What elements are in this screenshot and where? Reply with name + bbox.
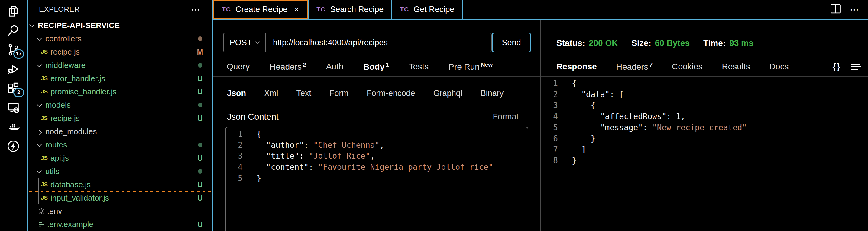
javascript-file-icon: JS (41, 75, 51, 82)
method-select[interactable]: POST (223, 33, 265, 52)
code-line[interactable]: 2 "author": "Chef Uchenna", (230, 140, 528, 151)
response-status-row: Status:200 OKSize:60 BytesTime:93 ms (556, 33, 868, 53)
remote-explorer-icon[interactable] (5, 100, 22, 115)
code-text: { (572, 79, 577, 88)
tree-item-models[interactable]: models (28, 98, 212, 112)
line-number: 5 (546, 123, 558, 132)
line-number: 1 (230, 129, 243, 139)
response-tab-docs[interactable]: Docs (770, 62, 789, 72)
tree-item-label: routes (45, 140, 67, 150)
explorer-more-icon[interactable]: ⋯ (191, 4, 201, 15)
code-line[interactable]: 4 "content": "Favourite Nigeria party Jo… (230, 162, 528, 173)
git-status-badge: U (195, 194, 205, 202)
tab-create-recipe[interactable]: TCCreate Recipe× (213, 0, 308, 19)
extensions-icon[interactable]: 2 (5, 81, 22, 96)
git-status-badge: U (195, 180, 205, 189)
close-icon[interactable]: × (294, 4, 300, 14)
body-tab-json[interactable]: Json (227, 89, 246, 98)
request-tab-body[interactable]: Body1 (363, 62, 389, 72)
tree-item-recipe-js[interactable]: JSrecipe.jsM (28, 45, 212, 59)
editor-more-icon[interactable]: ⋯ (850, 4, 860, 15)
tree-item-recipe-js[interactable]: JSrecipe.jsU (28, 112, 212, 125)
json-content-title: Json Content (227, 112, 279, 122)
git-status-dot (195, 143, 205, 147)
tab-get-recipe[interactable]: TCGet Recipe (392, 0, 463, 19)
tree-item-label: RECIPE-API-SERVICE (38, 21, 120, 30)
request-body-editor[interactable]: 1{2 "author": "Chef Uchenna",3 "title": … (225, 127, 528, 231)
source-control-badge: 17 (13, 49, 24, 59)
code-line[interactable]: 8} (546, 155, 868, 166)
body-tab-xml[interactable]: Xml (264, 89, 278, 98)
body-tab-form[interactable]: Form (330, 89, 348, 98)
tree-item-utils[interactable]: utils (28, 165, 212, 178)
code-line[interactable]: 6 } (546, 133, 868, 144)
docker-icon[interactable] (5, 119, 22, 134)
code-line[interactable]: 2 "data": [ (546, 89, 868, 100)
request-bar: POST Send (223, 33, 540, 52)
response-tab-results[interactable]: Results (722, 62, 750, 72)
javascript-file-icon: JS (41, 115, 51, 121)
code-text: { (572, 101, 595, 110)
request-tab-query[interactable]: Query (227, 62, 250, 72)
git-status-badge: M (195, 48, 205, 56)
braces-icon[interactable]: {} (833, 62, 841, 72)
chevron-right-icon (37, 130, 42, 135)
chevron-down-icon (37, 62, 42, 67)
file-tree: RECIPE-API-SERVICEcontrollersJSrecipe.js… (28, 19, 212, 231)
tree-item-env-example[interactable]: .env.exampleU (28, 218, 212, 231)
tree-item-recipe-api-service[interactable]: RECIPE-API-SERVICE (28, 19, 212, 32)
code-line[interactable]: 4 "affectedRows": 1, (546, 111, 868, 122)
format-link[interactable]: Format (493, 112, 519, 121)
lines-menu-icon[interactable] (851, 64, 861, 70)
code-line[interactable]: 1{ (546, 78, 868, 89)
tree-item-label: utils (45, 167, 59, 176)
response-tab-cookies[interactable]: Cookies (672, 62, 702, 72)
run-debug-icon[interactable] (5, 62, 22, 77)
response-tab-response[interactable]: Response (556, 62, 597, 72)
chevron-down-icon (37, 168, 42, 174)
request-tab-headers[interactable]: Headers2 (270, 62, 306, 72)
search-icon[interactable] (5, 23, 22, 38)
tree-item-routes[interactable]: routes (28, 138, 212, 151)
url-input[interactable] (265, 33, 492, 52)
code-line[interactable]: 3 "title": "Jollof Rice", (230, 151, 528, 162)
request-tab-auth[interactable]: Auth (326, 62, 344, 72)
tree-item-error-handler-js[interactable]: JSerror_handler.jsU (28, 72, 212, 85)
thunder-client-icon[interactable] (5, 139, 22, 154)
request-tab-pre-run[interactable]: Pre RunNew (448, 62, 493, 72)
code-text: { (256, 129, 261, 139)
code-text: } (572, 156, 577, 165)
tree-item-api-js[interactable]: JSapi.jsU (28, 151, 212, 165)
body-tab-graphql[interactable]: Graphql (433, 89, 462, 98)
tree-item-controllers[interactable]: controllers (28, 32, 212, 45)
tree-item-middleware[interactable]: middleware (28, 59, 212, 72)
body-tab-form-encode[interactable]: Form-encode (367, 89, 415, 98)
tree-item-promise-handler-js[interactable]: JSpromise_handler.jsU (28, 85, 212, 98)
explorer-title: EXPLORER (39, 5, 80, 13)
tree-item-input-validator-js[interactable]: JSinput_validator.jsU (28, 191, 212, 204)
source-control-icon[interactable]: 17 (5, 42, 22, 57)
send-button[interactable]: Send (492, 33, 531, 52)
response-tab-headers[interactable]: Headers7 (616, 62, 652, 72)
code-line[interactable]: 5} (230, 172, 528, 184)
body-tab-binary[interactable]: Binary (480, 89, 504, 98)
code-line[interactable]: 7 ] (546, 144, 868, 155)
tree-item-database-js[interactable]: JSdatabase.jsU (28, 178, 212, 191)
code-text: "title": "Jollof Rice", (256, 151, 375, 160)
code-line[interactable]: 5 "message": "New recipe created" (546, 122, 868, 133)
request-tab-tests[interactable]: Tests (409, 62, 429, 72)
tree-item-label: controllers (45, 34, 82, 43)
line-number: 7 (546, 145, 558, 154)
code-line[interactable]: 1{ (230, 128, 528, 140)
split-editor-icon[interactable] (830, 4, 841, 15)
body-tab-text[interactable]: Text (297, 89, 312, 98)
tree-item-label: models (45, 101, 71, 110)
response-body-viewer[interactable]: 1{2 "data": [3 {4 "affectedRows": 1,5 "m… (541, 77, 868, 166)
code-line[interactable]: 3 { (546, 100, 868, 111)
status-item-status: Status:200 OK (556, 38, 618, 48)
tab-search-recipe[interactable]: TCSearch Recipe (308, 0, 392, 19)
explorer-icon[interactable] (5, 4, 22, 19)
tree-item-env[interactable]: .env (28, 204, 212, 218)
extensions-badge: 2 (13, 88, 24, 97)
tree-item-node-modules[interactable]: node_modules (28, 125, 212, 138)
